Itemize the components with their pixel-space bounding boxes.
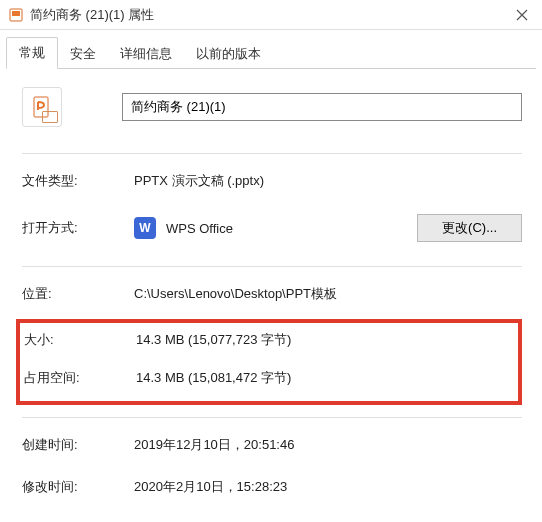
openwith-row: 打开方式: W WPS Office 更改(C)... [22,214,522,242]
created-row: 创建时间: 2019年12月10日，20:51:46 [22,436,522,454]
divider [22,417,522,418]
filetype-label: 文件类型: [22,172,134,190]
tab-security[interactable]: 安全 [58,39,108,69]
modified-label: 修改时间: [22,478,134,496]
tab-general[interactable]: 常规 [6,37,58,69]
filename-input[interactable] [122,93,522,121]
size-row: 大小: 14.3 MB (15,077,723 字节) [24,331,514,349]
wps-icon: W [134,217,156,239]
location-label: 位置: [22,285,134,303]
openwith-label: 打开方式: [22,219,134,237]
change-button[interactable]: 更改(C)... [417,214,522,242]
divider [22,266,522,267]
openwith-value: WPS Office [166,221,233,236]
sizeondisk-label: 占用空间: [24,369,136,387]
tab-bar: 常规 安全 详细信息 以前的版本 [6,36,536,69]
modified-row: 修改时间: 2020年2月10日，15:28:23 [22,478,522,496]
location-value: C:\Users\Lenovo\Desktop\PPT模板 [134,285,522,303]
file-type-icon [22,87,62,127]
modified-value: 2020年2月10日，15:28:23 [134,478,522,496]
filetype-row: 文件类型: PPTX 演示文稿 (.pptx) [22,172,522,190]
titlebar: 简约商务 (21)(1) 属性 [0,0,542,30]
size-label: 大小: [24,331,136,349]
sizeondisk-value: 14.3 MB (15,081,472 字节) [136,369,514,387]
size-highlight-box: 大小: 14.3 MB (15,077,723 字节) 占用空间: 14.3 M… [16,319,522,405]
size-value: 14.3 MB (15,077,723 字节) [136,331,514,349]
filename-row [22,87,522,127]
divider [22,153,522,154]
tab-previous-versions[interactable]: 以前的版本 [184,39,273,69]
tab-details[interactable]: 详细信息 [108,39,184,69]
created-value: 2019年12月10日，20:51:46 [134,436,522,454]
location-row: 位置: C:\Users\Lenovo\Desktop\PPT模板 [22,285,522,303]
close-icon[interactable] [512,5,532,25]
app-icon [8,7,24,23]
content-panel: 文件类型: PPTX 演示文稿 (.pptx) 打开方式: W WPS Offi… [0,69,542,522]
sizeondisk-row: 占用空间: 14.3 MB (15,081,472 字节) [24,369,514,387]
svg-rect-1 [12,11,20,16]
window-title: 简约商务 (21)(1) 属性 [30,6,512,24]
created-label: 创建时间: [22,436,134,454]
filetype-value: PPTX 演示文稿 (.pptx) [134,172,522,190]
